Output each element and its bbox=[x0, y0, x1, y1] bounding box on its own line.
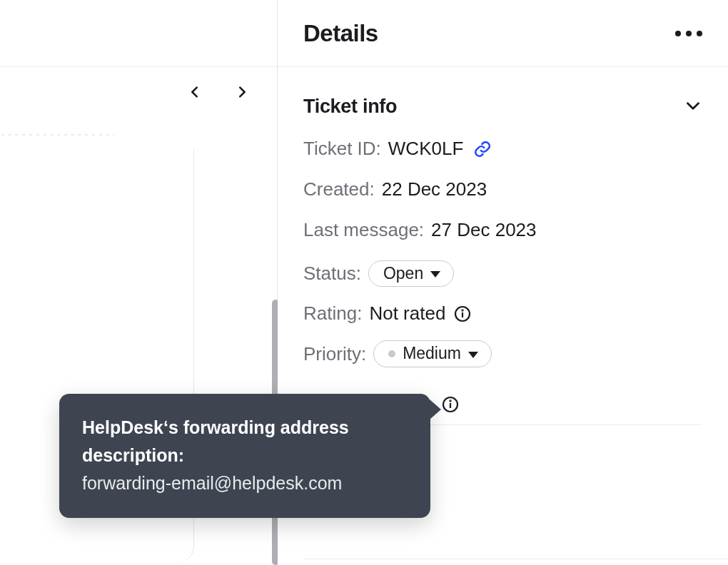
row-status: Status: Open bbox=[303, 260, 702, 287]
details-header: Details bbox=[278, 0, 728, 67]
row-rating: Rating: Not rated bbox=[303, 302, 702, 325]
value-rating: Not rated bbox=[369, 302, 445, 325]
forwarding-address-info-icon[interactable] bbox=[442, 396, 459, 413]
dot-icon bbox=[675, 31, 681, 36]
priority-value: Medium bbox=[403, 344, 461, 364]
tooltip-body: forwarding-email@helpdesk.com bbox=[82, 469, 408, 497]
rating-info-icon[interactable] bbox=[454, 305, 471, 322]
divider bbox=[303, 559, 728, 559]
more-options-button[interactable] bbox=[669, 25, 708, 42]
status-value: Open bbox=[383, 264, 423, 284]
value-last-message: 27 Dec 2023 bbox=[431, 219, 536, 241]
label-status: Status: bbox=[303, 263, 361, 285]
copy-link-icon[interactable] bbox=[473, 140, 492, 158]
dot-icon bbox=[686, 31, 692, 36]
value-created: 22 Dec 2023 bbox=[382, 178, 487, 200]
row-ticket-id: Ticket ID: WCK0LF bbox=[303, 138, 702, 160]
forwarding-address-tooltip: HelpDesk‘s forwarding address descriptio… bbox=[59, 394, 430, 518]
label-rating: Rating: bbox=[303, 302, 362, 325]
row-created: Created: 22 Dec 2023 bbox=[303, 178, 702, 200]
prev-ticket-button[interactable] bbox=[187, 84, 203, 100]
cropped-text-edge: ······················ bbox=[0, 134, 114, 150]
caret-down-icon bbox=[430, 271, 440, 278]
svg-point-2 bbox=[462, 310, 463, 310]
label-ticket-id: Ticket ID: bbox=[303, 138, 381, 160]
label-priority: Priority: bbox=[303, 343, 366, 365]
row-priority: Priority: Medium bbox=[303, 340, 702, 367]
caret-down-icon bbox=[468, 352, 478, 358]
value-ticket-id: WCK0LF bbox=[388, 138, 463, 160]
priority-dot-icon bbox=[388, 350, 395, 357]
ticket-info-heading: Ticket info bbox=[303, 96, 397, 118]
dot-icon bbox=[697, 31, 702, 36]
label-last-message: Last message: bbox=[303, 219, 424, 241]
status-select[interactable]: Open bbox=[368, 260, 454, 287]
svg-point-7 bbox=[450, 400, 450, 401]
tooltip-title: HelpDesk‘s forwarding address descriptio… bbox=[82, 414, 408, 469]
collapse-section-button[interactable] bbox=[684, 96, 702, 118]
ticket-info-section: Ticket info Ticket ID: WCK0LF bbox=[278, 67, 728, 425]
row-last-message: Last message: 27 Dec 2023 bbox=[303, 219, 702, 241]
left-header-spacer bbox=[0, 0, 277, 67]
details-title: Details bbox=[303, 20, 378, 47]
label-created: Created: bbox=[303, 178, 375, 200]
next-ticket-button[interactable] bbox=[234, 84, 250, 100]
priority-select[interactable]: Medium bbox=[373, 340, 492, 367]
